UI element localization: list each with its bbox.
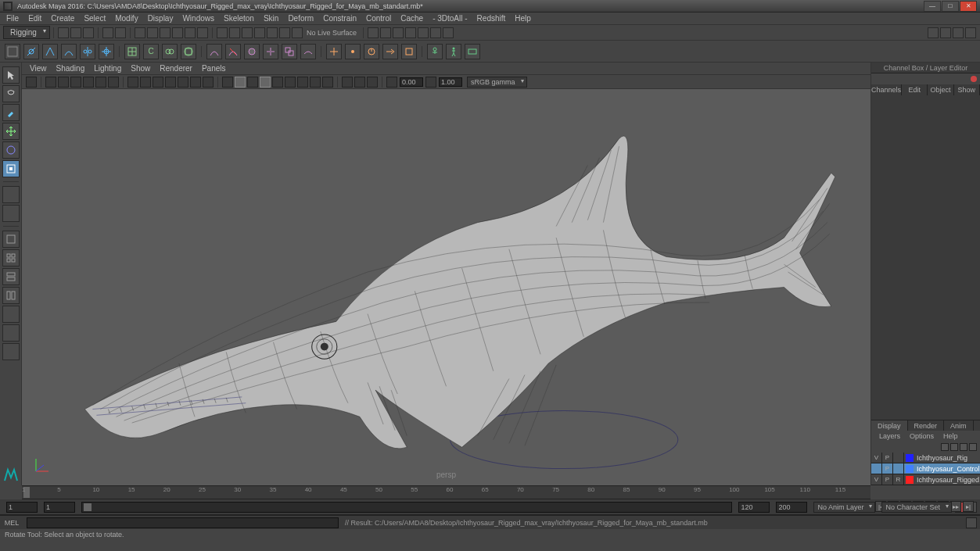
go-end-icon[interactable]: ▸| xyxy=(963,501,974,512)
lattice-icon[interactable] xyxy=(124,44,140,59)
menu-edit[interactable]: Edit xyxy=(23,14,46,23)
vp-lock-cam-icon[interactable] xyxy=(58,77,69,88)
menu-file[interactable]: File xyxy=(2,14,23,23)
character-set-select[interactable]: No Character Set xyxy=(881,502,952,513)
cmd-input[interactable] xyxy=(27,517,339,528)
layer-new-empty-icon[interactable] xyxy=(960,443,967,451)
menu-help[interactable]: Help xyxy=(510,14,536,23)
vp-camera-icon[interactable] xyxy=(26,77,37,88)
menu-3dtoall[interactable]: - 3DtoAll - xyxy=(428,14,472,23)
layer-row-1[interactable]: P Ichthyosaur_Controlle xyxy=(871,463,980,474)
layer-move-down-icon[interactable] xyxy=(950,443,958,451)
human-ik-icon[interactable] xyxy=(446,44,461,59)
snap-live-icon[interactable] xyxy=(267,27,278,38)
layer-playback[interactable]: P xyxy=(882,474,893,485)
close-button[interactable]: ✕ xyxy=(960,1,977,12)
orient-joint-icon[interactable] xyxy=(99,44,114,59)
vp-menu-renderer[interactable]: Renderer xyxy=(155,64,197,73)
vp-gamma-icon[interactable] xyxy=(425,77,436,88)
vp-textured-icon[interactable] xyxy=(272,77,283,88)
snap-center-icon[interactable] xyxy=(279,27,290,38)
layer-color-swatch[interactable] xyxy=(906,465,914,473)
soft-select-icon[interactable] xyxy=(2,205,20,222)
menu-constrain[interactable]: Constrain xyxy=(318,14,361,23)
orient-constraint-icon[interactable] xyxy=(364,44,379,59)
vp-2d-pan-icon[interactable] xyxy=(95,77,106,88)
layout-two-h-icon[interactable] xyxy=(2,268,20,285)
script-editor-icon[interactable] xyxy=(966,517,977,528)
quick-rig-icon[interactable] xyxy=(427,44,443,59)
cmd-lang-label[interactable]: MEL xyxy=(0,519,23,527)
layout-custom-icon[interactable] xyxy=(2,343,20,360)
vp-ao-icon[interactable] xyxy=(297,77,308,88)
layer-name[interactable]: Ichthyosaur_Rigged xyxy=(915,476,980,484)
layer-vis[interactable]: V xyxy=(871,453,882,463)
shelf-tab-icon[interactable] xyxy=(5,44,20,59)
scale-tool-icon[interactable] xyxy=(2,160,20,177)
vp-wire-on-shaded-icon[interactable] xyxy=(260,77,271,88)
panel-pin-icon[interactable] xyxy=(971,76,977,82)
layer-name[interactable]: Ichthyosaur_Rig xyxy=(915,454,980,462)
detach-skin-icon[interactable] xyxy=(225,44,241,59)
vp-bookmark-icon[interactable] xyxy=(70,77,81,88)
smooth-weights-icon[interactable] xyxy=(300,44,316,59)
layout-outliner-icon[interactable] xyxy=(2,306,20,323)
joint-tool-icon[interactable] xyxy=(23,44,39,59)
redo-icon[interactable] xyxy=(115,27,126,38)
wrap-icon[interactable] xyxy=(181,44,196,59)
time-ruler[interactable]: 1510152025303540455055606570758085909510… xyxy=(22,485,871,499)
panel-layout-icon[interactable] xyxy=(928,27,939,38)
scale-constraint-icon[interactable] xyxy=(401,44,417,59)
layer-vis[interactable] xyxy=(871,463,882,474)
anim-start-field[interactable] xyxy=(6,502,38,513)
make-live-icon[interactable] xyxy=(292,27,303,38)
undo-icon[interactable] xyxy=(102,27,113,38)
save-scene-icon[interactable] xyxy=(83,27,94,38)
vp-menu-shading[interactable]: Shading xyxy=(52,64,90,73)
vp-safe-title-icon[interactable] xyxy=(203,77,214,88)
menu-display[interactable]: Display xyxy=(143,14,178,23)
layer-menu-layers[interactable]: Layers xyxy=(874,432,905,440)
attr-editor-toggle-icon[interactable] xyxy=(965,27,976,38)
vp-xray-icon[interactable] xyxy=(354,77,365,88)
menu-modify[interactable]: Modify xyxy=(110,14,142,23)
menu-skeleton[interactable]: Skeleton xyxy=(219,14,259,23)
snap-plane-icon[interactable] xyxy=(254,27,265,38)
tab-edit[interactable]: Edit xyxy=(902,84,928,95)
snap-curve-icon[interactable] xyxy=(229,27,240,38)
layer-color-swatch[interactable] xyxy=(906,454,914,462)
menu-cache[interactable]: Cache xyxy=(396,14,428,23)
rotate-tool-icon[interactable] xyxy=(2,141,20,159)
maximize-button[interactable]: □ xyxy=(942,1,959,12)
minimize-button[interactable]: — xyxy=(924,1,941,12)
tab-object[interactable]: Object xyxy=(928,84,953,95)
layer-type[interactable] xyxy=(893,453,904,463)
layer-new-selected-icon[interactable] xyxy=(969,443,977,451)
cluster-icon[interactable]: C xyxy=(143,44,159,59)
paint-weights-icon[interactable] xyxy=(244,44,260,59)
tab-show[interactable]: Show xyxy=(954,84,980,95)
new-scene-icon[interactable] xyxy=(58,27,69,38)
menu-control[interactable]: Control xyxy=(361,14,396,23)
layer-playback[interactable]: P xyxy=(882,453,893,463)
last-tool-icon[interactable] xyxy=(2,186,20,203)
channelbox-toggle-icon[interactable] xyxy=(953,27,964,38)
vp-shadows-icon[interactable] xyxy=(285,77,296,88)
layout-two-v-icon[interactable] xyxy=(2,287,20,304)
menu-windows[interactable]: Windows xyxy=(178,14,219,23)
layer-menu-options[interactable]: Options xyxy=(905,432,939,440)
vp-view-transform-select[interactable]: sRGB gamma xyxy=(467,77,527,88)
pose-editor-icon[interactable] xyxy=(465,44,480,59)
vp-exposure-icon[interactable] xyxy=(386,77,397,88)
copy-weights-icon[interactable] xyxy=(282,44,297,59)
sel-object-icon[interactable] xyxy=(172,27,183,38)
layer-move-up-icon[interactable] xyxy=(941,443,949,451)
move-tool-icon[interactable] xyxy=(2,123,20,140)
ik-spline-icon[interactable] xyxy=(61,44,77,59)
vp-gamma-field[interactable] xyxy=(439,77,462,87)
vp-menu-show[interactable]: Show xyxy=(126,64,155,73)
outliner-toggle-icon[interactable] xyxy=(940,27,951,38)
tab-channels[interactable]: Channels xyxy=(871,84,902,95)
anim-end-field[interactable] xyxy=(776,502,807,513)
render-settings-icon[interactable] xyxy=(405,27,416,38)
